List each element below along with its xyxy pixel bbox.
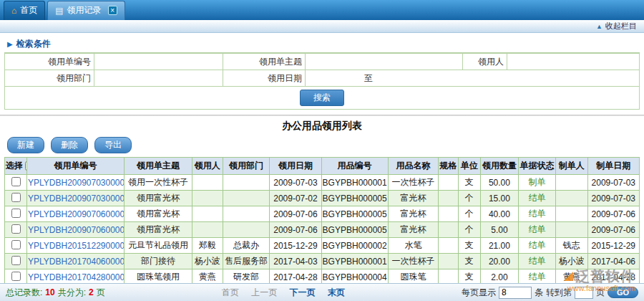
next-page-link[interactable]: 下一页 [289,287,315,297]
date-to-input[interactable] [377,72,592,85]
requisition-no-link[interactable]: YPLYDBH20090706000004 [27,222,125,238]
per-page-input[interactable] [499,287,532,299]
cell-dept: 售后服务部 [223,254,269,269]
new-button[interactable]: 新建 [7,137,44,153]
row-select-cell [5,175,27,191]
list-toolbar: 新建 删除 导出 [0,137,644,153]
pages-suffix: 页 [97,287,105,299]
status-link[interactable]: 结单 [519,238,556,254]
status-link[interactable]: 结单 [519,254,556,269]
section-arrow-icon: ▶ [7,40,13,48]
requisition-no-link[interactable]: YPLYDBH20170406000006 [27,254,125,269]
date-from-input[interactable] [308,72,360,85]
cell-person [192,175,223,191]
cell-spec [439,254,459,269]
export-button[interactable]: 导出 [94,137,132,153]
person-input[interactable] [510,55,633,68]
person-label: 领用人 [463,54,507,70]
cell-subject: 领用富光杯 [125,206,192,222]
tab-home[interactable]: ⌂ 首页 [4,1,45,20]
row-checkbox[interactable] [11,256,21,265]
collapse-icon: ▲ [596,23,602,30]
row-checkbox[interactable] [11,209,21,218]
row-select-cell [5,206,27,222]
last-page-link[interactable]: 末页 [328,287,345,297]
total-records-value: 10 [45,287,54,297]
goto-suffix: 页 [596,287,605,299]
column-header: 制单人 [555,158,587,175]
status-link[interactable]: 结单 [519,222,556,238]
prev-page-link[interactable]: 上一页 [251,287,277,297]
dept-label: 领用部门 [5,70,94,87]
table-row: YPLYDBH20090703000001领用一次性杯子2009-07-03BG… [5,175,640,191]
requisition-no-link[interactable]: YPLYDBH20090706000003 [27,206,125,222]
cell-creator [555,222,587,238]
search-section-header[interactable]: ▶ 检索条件 [4,36,640,53]
subject-input[interactable] [308,55,457,68]
cell-item_no: BGYPBH000001 [321,254,388,269]
cell-unit: 支 [458,254,480,269]
goto-page-input[interactable] [575,287,593,299]
row-checkbox[interactable] [11,177,21,186]
per-page-suffix: 条 [535,287,543,299]
cell-unit: 个 [458,191,480,206]
close-tab-button[interactable]: × [108,6,117,15]
cell-item: 一次性杯子 [388,254,439,269]
cell-creator [555,191,587,206]
date-label: 领用日期 [223,70,306,87]
search-section-title: 检索条件 [16,38,51,50]
order-no-label: 领用单编号 [5,54,94,70]
cell-unit: 支 [458,175,480,191]
home-icon: ⌂ [11,6,16,16]
order-no-input[interactable] [97,55,218,68]
cell-item_no: BGYPBH000005 [321,222,388,238]
delete-button[interactable]: 删除 [51,137,88,153]
requisition-no-link[interactable]: YPLYDBH20151229000005 [27,238,125,254]
status-link[interactable]: 结单 [519,191,556,206]
cell-person [192,206,223,222]
per-page-controls: 每页显示 条 转到第 页 GO [462,287,638,299]
cell-qty: 15.00 [480,191,518,206]
document-icon: ▤ [55,6,63,16]
first-page-link[interactable]: 首页 [222,287,239,297]
row-checkbox[interactable] [11,193,21,202]
search-button[interactable]: 搜索 [300,90,344,106]
cell-item: 富光杯 [388,222,439,238]
cell-item: 富光杯 [388,206,439,222]
toolbar-strip: ▲ 收起栏目 [0,20,644,33]
cell-dept [223,175,269,191]
cell-dept [223,191,269,206]
subject-label: 领用单主题 [223,54,306,70]
table-row: YPLYDBH20090706000003领用富光杯2009-07-06BGYP… [5,206,640,222]
row-select-cell [5,191,27,206]
row-checkbox[interactable] [11,272,21,281]
cell-created: 2009-07-03 [587,175,639,191]
row-checkbox[interactable] [11,224,21,234]
cell-subject: 元旦节礼品领用 [125,238,192,254]
column-header: 领用数量 [480,158,518,175]
row-checkbox[interactable] [11,240,21,249]
cell-dept: 总裁办 [223,238,269,254]
cell-subject: 领用富光杯 [125,222,192,238]
dept-input[interactable] [97,72,218,85]
search-panel: ▶ 检索条件 领用单编号 领用单主题 领用人 领用部门 领用日期 至 搜索 [4,36,640,110]
status-link[interactable]: 结单 [519,206,556,222]
cell-item: 一次性杯子 [388,175,439,191]
goto-label: 转到第 [546,287,572,299]
requisition-no-link[interactable]: YPLYDBH20090703000002 [27,191,125,206]
status-link[interactable]: 制单 [519,175,556,191]
column-header: 领用单编号 [27,158,125,175]
requisition-table: 选择领用单编号领用单主题领用人领用部门领用日期用品编号用品名称规格单位领用数量单… [4,157,640,301]
pagination-links: 首页 上一页 下一页 末页 [108,287,459,299]
cell-qty: 40.00 [480,206,518,222]
cell-dept [223,206,269,222]
collapse-columns-link[interactable]: 收起栏目 [605,21,637,32]
cell-created: 2009-07-03 [587,191,639,206]
pages-value: 2 [89,287,94,297]
requisition-no-link[interactable]: YPLYDBH20090703000001 [27,175,125,191]
close-icon: × [110,6,114,14]
go-button[interactable]: GO [608,287,638,298]
tab-requisition-records[interactable]: ▤ 领用记录 × [47,1,125,20]
cell-qty: 20.00 [480,254,518,269]
cell-item: 水笔 [388,238,439,254]
